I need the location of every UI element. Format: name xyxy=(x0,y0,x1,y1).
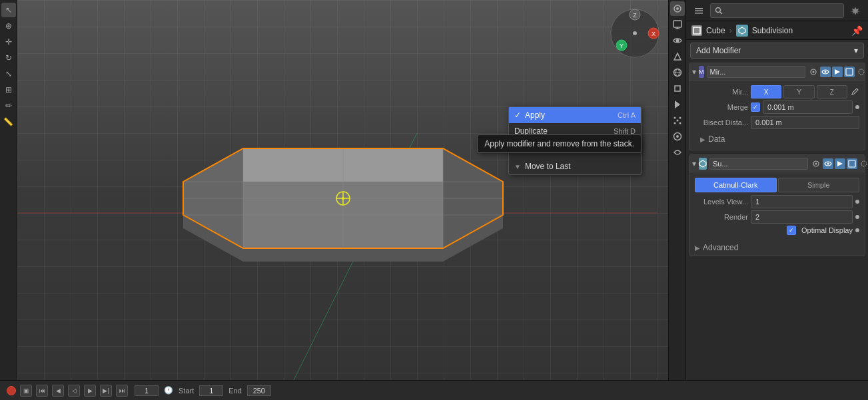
sidebar-icon-scene[interactable] xyxy=(670,49,685,64)
svg-point-62 xyxy=(861,161,867,166)
mirror-axis-buttons: X Y Z xyxy=(751,85,847,99)
subdivision-edit-btn[interactable] xyxy=(847,158,857,169)
svg-point-50 xyxy=(716,7,721,12)
data-section-chevron: ▶ xyxy=(700,136,705,143)
move-to-last-menu-item[interactable]: ▼ Move to Last xyxy=(509,158,641,174)
frame-end-input[interactable] xyxy=(247,385,271,396)
subdivision-cage-btn[interactable] xyxy=(859,158,868,169)
sidebar-icon-output[interactable] xyxy=(670,17,685,32)
mirror-z-btn[interactable]: Z xyxy=(817,85,847,99)
mirror-x-btn[interactable]: X xyxy=(751,85,781,99)
merge-checkbox[interactable]: ✓ xyxy=(751,102,760,112)
select-tool-icon[interactable]: ↖ xyxy=(1,3,16,17)
viewport-background: Z X Y xyxy=(17,0,668,380)
move-to-last-label: Move to Last xyxy=(525,162,571,171)
subdivision-expand-arrow[interactable]: ▾ xyxy=(692,159,696,168)
modifier-expand-arrow[interactable]: ▾ xyxy=(692,67,696,77)
bisect-label: Bisect Dista... xyxy=(695,118,748,126)
bisect-value[interactable]: 0.001 m xyxy=(751,116,859,129)
mirror-modifier-render-btn[interactable] xyxy=(832,67,843,77)
subdivision-realtime-btn[interactable] xyxy=(811,158,821,169)
panel-settings-icon[interactable] xyxy=(848,3,863,18)
render-value[interactable]: 2 xyxy=(751,210,853,224)
levels-view-row: Levels View... 1 xyxy=(695,195,859,208)
right-panel: Cube › Subdivision 📌 Add Modifier ▾ ▾ xyxy=(668,0,868,380)
mirror-modifier-name-input[interactable] xyxy=(707,66,805,78)
svg-point-40 xyxy=(673,117,675,119)
viewport[interactable]: Z X Y ✓ Apply Ctrl A Duplicat xyxy=(17,0,668,380)
svg-point-21 xyxy=(342,197,344,200)
timeline-controls: ▣ ⏮ ◀ ◁ ▶ ▶| ⏭ xyxy=(7,385,128,397)
checkmark-icon: ✓ xyxy=(514,110,521,120)
mirror-modifier-cage-btn[interactable] xyxy=(856,67,867,77)
scale-tool-icon[interactable]: ⤡ xyxy=(1,67,16,81)
step-back-button[interactable]: ◀ xyxy=(52,385,64,397)
merge-value[interactable]: 0.001 m xyxy=(763,100,853,114)
sidebar-icon-physics[interactable] xyxy=(670,129,685,144)
render-row: Render 2 xyxy=(695,210,859,224)
catmull-clark-btn[interactable]: Catmull-Clark xyxy=(695,178,777,192)
simple-btn[interactable]: Simple xyxy=(778,178,860,192)
sidebar-icon-world[interactable] xyxy=(670,65,685,80)
sidebar-icon-particles[interactable] xyxy=(670,113,685,128)
rotate-tool-icon[interactable]: ↻ xyxy=(1,51,16,65)
sidebar-icon-render[interactable] xyxy=(670,1,685,16)
subdivision-view-btn[interactable] xyxy=(823,158,833,169)
play-back-button[interactable]: ◁ xyxy=(68,385,80,397)
add-modifier-button[interactable]: Add Modifier ▾ xyxy=(690,43,864,59)
mirror-modifier-icon: M xyxy=(699,66,704,78)
search-box[interactable] xyxy=(710,3,844,18)
subdivision-modifier-name-input[interactable] xyxy=(709,158,808,170)
add-modifier-label: Add Modifier xyxy=(696,46,741,55)
annotate-tool-icon[interactable]: ✏ xyxy=(1,99,16,113)
advanced-section-header[interactable]: ▶ Advanced xyxy=(689,240,865,256)
transform-tool-icon[interactable]: ⊞ xyxy=(1,83,16,97)
play-button[interactable]: ▶ xyxy=(84,385,96,397)
eyedropper-icon[interactable] xyxy=(850,87,859,97)
subdivision-modifier-header: ▾ xyxy=(689,155,865,172)
svg-point-42 xyxy=(673,122,675,124)
jump-end-button[interactable]: ⏭ xyxy=(116,385,128,397)
step-forward-button[interactable]: ▶| xyxy=(100,385,112,397)
sidebar-icon-view[interactable] xyxy=(670,33,685,48)
svg-point-54 xyxy=(812,71,814,73)
cursor-tool-icon[interactable]: ⊕ xyxy=(1,19,16,33)
merge-row: Merge ✓ 0.001 m xyxy=(695,100,859,114)
navigation-gizmo[interactable]: Z X Y xyxy=(608,7,661,62)
record-button[interactable] xyxy=(7,386,16,395)
svg-rect-61 xyxy=(849,160,855,167)
clock-icon: 🕐 xyxy=(164,386,173,395)
current-frame-input[interactable] xyxy=(135,385,159,396)
svg-rect-52 xyxy=(693,27,700,34)
measure-tool-icon[interactable]: 📏 xyxy=(1,114,16,129)
sidebar-icon-object[interactable] xyxy=(670,81,685,96)
pin-icon[interactable]: 📌 xyxy=(851,25,863,36)
svg-point-41 xyxy=(679,117,681,119)
mirror-modifier-realtime-btn[interactable] xyxy=(808,67,819,77)
levels-dot xyxy=(855,200,859,204)
object-name[interactable]: Cube xyxy=(706,26,725,35)
move-tool-icon[interactable]: ✛ xyxy=(1,35,16,49)
breadcrumb: Cube › Subdivision 📌 xyxy=(686,21,868,40)
optimal-display-label: Optimal Display xyxy=(801,226,853,234)
jump-start-button[interactable]: ⏮ xyxy=(36,385,48,397)
mute-button[interactable]: ▣ xyxy=(20,385,32,397)
mirror-modifier-view-btn[interactable] xyxy=(820,67,831,77)
data-section-header[interactable]: ▶ Data xyxy=(695,131,859,147)
subdivision-render-btn[interactable] xyxy=(835,158,845,169)
frame-start-input[interactable] xyxy=(199,385,223,396)
mirror-axis-row: Mir... X Y Z xyxy=(695,85,859,99)
down-arrow-icon: ▼ xyxy=(514,163,521,170)
optimal-display-checkbox[interactable]: ✓ xyxy=(787,226,796,235)
sidebar-icon-modifier[interactable] xyxy=(670,97,685,112)
apply-menu-item[interactable]: ✓ Apply Ctrl A xyxy=(509,107,641,123)
modifier-name[interactable]: Subdivision xyxy=(752,26,793,35)
panel-menu-icon[interactable] xyxy=(691,3,706,18)
frame-end-label: End xyxy=(228,387,242,395)
mirror-modifier-edit-btn[interactable] xyxy=(844,67,855,77)
sidebar-icon-constraints[interactable] xyxy=(670,145,685,160)
mirror-y-btn[interactable]: Y xyxy=(783,85,814,99)
levels-view-value[interactable]: 1 xyxy=(751,195,853,208)
svg-point-59 xyxy=(815,162,817,164)
svg-rect-56 xyxy=(846,69,853,75)
